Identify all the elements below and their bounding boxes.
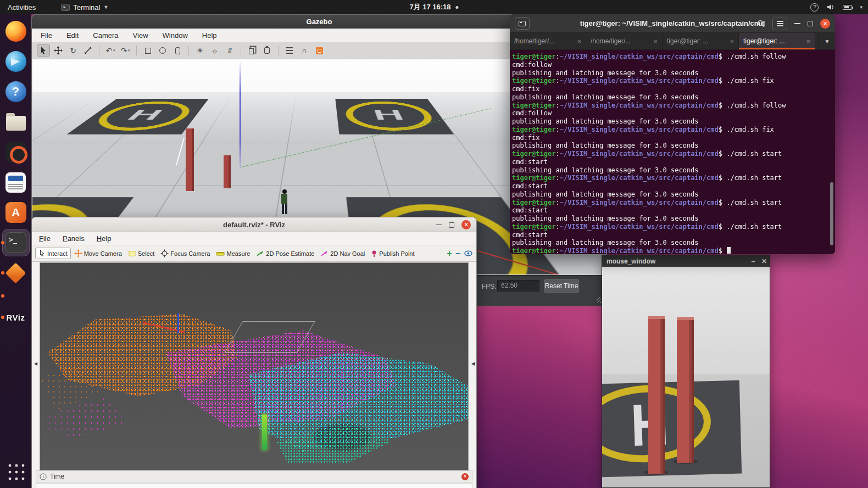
rviz-3d-view[interactable] (40, 262, 469, 470)
paste-button[interactable] (260, 44, 274, 57)
dock-item-software[interactable]: A (3, 199, 29, 226)
terminal-titlebar[interactable]: tiger@tiger: ~/VISIM_single/catkin_ws/sr… (510, 14, 835, 33)
gazebo-menu-view[interactable]: View (133, 31, 148, 40)
sun-light-button[interactable]: ☀ (193, 44, 207, 57)
battery-icon (843, 5, 852, 10)
translate-tool-button[interactable] (52, 44, 65, 57)
box-shape-button[interactable] (141, 44, 154, 57)
dock-item-rviz[interactable]: RViz (3, 304, 29, 330)
rotate-tool-button[interactable]: ↻ (66, 44, 80, 57)
search-icon[interactable] (757, 20, 765, 28)
terminal-scrollbar[interactable] (830, 182, 833, 245)
pose-arrow-icon (256, 250, 264, 257)
copy-button[interactable] (246, 44, 259, 57)
remove-tool-button[interactable]: − (455, 249, 460, 259)
clock[interactable]: 7月 17 16:18 (409, 2, 458, 12)
hamburger-menu-button[interactable] (772, 18, 787, 30)
publish-point-tool[interactable]: Publish Point (368, 249, 417, 259)
undo-button[interactable]: ↶▾ (104, 44, 117, 57)
nav-goal-arrow-icon (320, 250, 329, 257)
system-status-area[interactable]: ? ▾ (810, 3, 863, 12)
terminal-line: publishing and latching message for 3.0 … (512, 117, 834, 126)
dock-item-mail[interactable] (3, 48, 29, 75)
dock-item-running-app[interactable] (3, 290, 29, 302)
rviz-menu-help[interactable]: Help (97, 234, 112, 243)
terminal-output[interactable]: tiger@tiger:~/VISIM_single/catkin_ws/src… (510, 50, 835, 254)
minimize-icon[interactable] (436, 225, 442, 226)
axis-marker-blue (177, 313, 179, 333)
mouse-window-titlebar[interactable]: mouse_window – ✕ (602, 255, 770, 267)
measure-tool[interactable]: Measure (213, 249, 253, 259)
redo-button[interactable]: ↷▾ (119, 44, 132, 57)
interact-tool[interactable]: Interact (35, 248, 71, 259)
minimize-icon[interactable]: – (748, 257, 759, 266)
dock-item-gazebo[interactable] (3, 260, 29, 286)
gazebo-menu-window[interactable]: Window (163, 31, 188, 40)
collapse-left-panel-button[interactable]: ◀ (32, 357, 39, 369)
rviz-menu-panels[interactable]: Panels (63, 234, 85, 243)
show-applications-button[interactable] (3, 458, 29, 484)
tab-list-dropdown[interactable]: ▼ (819, 33, 835, 49)
rviz-titlebar[interactable]: default.rviz* - RViz ✕ (32, 217, 476, 232)
move-camera-tool[interactable]: Move Camera (71, 248, 125, 259)
dock-item-terminal[interactable]: >_ (3, 229, 29, 256)
gazebo-menu-file[interactable]: File (41, 31, 52, 40)
cylinder-shape-button[interactable] (171, 44, 184, 57)
time-panel-header[interactable]: Time ✕ (36, 470, 472, 483)
terminal-line: tiger@tiger:~/VISIM_single/catkin_ws/src… (512, 102, 834, 110)
close-icon[interactable]: ✕ (820, 19, 830, 29)
dock-item-media[interactable] (3, 139, 29, 165)
pose-estimate-tool[interactable]: 2D Pose Estimate (253, 249, 317, 258)
mouse-window-3d-view[interactable]: H (602, 267, 770, 487)
scale-tool-button[interactable] (81, 44, 94, 57)
fps-label: FPS: (482, 283, 497, 290)
terminal-tab-1[interactable]: /home/tiger/...× (510, 33, 586, 49)
close-tab-icon[interactable]: × (653, 37, 658, 46)
close-icon[interactable]: ✕ (461, 220, 471, 229)
collapse-right-panel-button[interactable]: ◀ (470, 357, 476, 369)
gazebo-menu-help[interactable]: Help (202, 31, 217, 40)
close-panel-icon[interactable]: ✕ (461, 473, 469, 480)
select-tool[interactable]: Select (125, 249, 158, 259)
snap-button[interactable]: ∩ (298, 44, 311, 57)
new-window-button[interactable] (515, 17, 530, 30)
app-menu[interactable]: >_ Terminal ▼ (61, 3, 108, 12)
dock-item-help[interactable]: ? (3, 78, 29, 105)
terminal-tab-3[interactable]: tiger@tiger: ...× (663, 33, 739, 49)
minimize-icon[interactable] (794, 23, 800, 24)
add-tool-button[interactable]: + (447, 249, 452, 259)
nav-goal-tool[interactable]: 2D Nav Goal (318, 249, 368, 258)
focus-camera-tool[interactable]: Focus Camera (158, 248, 213, 259)
select-tool-button[interactable] (37, 44, 50, 57)
reset-time-button[interactable]: Reset Time (544, 279, 579, 293)
maximize-icon[interactable] (808, 21, 813, 26)
gazebo-menu-camera[interactable]: Camera (93, 31, 118, 40)
activities-button[interactable]: Activities (8, 3, 36, 12)
spot-light-button[interactable]: /// (223, 44, 236, 57)
dock-item-firefox[interactable] (3, 18, 29, 44)
dock-item-files[interactable] (3, 109, 29, 135)
gazebo-menu-edit[interactable]: Edit (66, 31, 79, 40)
terminal-line: cmd:start (512, 231, 834, 239)
terminal-tab-4[interactable]: tiger@tiger: ...× (739, 33, 815, 49)
sphere-shape-button[interactable] (156, 44, 169, 57)
close-icon[interactable]: ✕ (759, 257, 770, 266)
point-light-button[interactable]: ☼ (208, 44, 221, 57)
align-button[interactable] (283, 44, 296, 57)
dock-item-writer[interactable] (3, 169, 29, 195)
close-tab-icon[interactable]: × (806, 37, 810, 46)
rviz-menu-file[interactable]: File (39, 234, 51, 243)
fps-value-field[interactable]: 62.50 (497, 280, 539, 291)
maximize-icon[interactable] (449, 222, 454, 228)
view-cube-icon (316, 47, 323, 54)
close-tab-icon[interactable]: × (577, 37, 581, 46)
terminal-line: tiger@tiger:~/VISIM_single/catkin_ws/src… (512, 174, 834, 182)
eye-icon[interactable] (464, 250, 473, 257)
app-grid-icon (6, 462, 25, 481)
close-tab-icon[interactable]: × (730, 37, 734, 46)
view-angle-button[interactable] (313, 44, 326, 57)
terminal-tab-2[interactable]: /home/tiger/...× (586, 33, 663, 49)
rviz-toolbar: Interact Move Camera Select Focus Camera… (32, 245, 476, 262)
mail-icon (5, 51, 26, 72)
mouse-window: mouse_window – ✕ H (602, 255, 770, 488)
